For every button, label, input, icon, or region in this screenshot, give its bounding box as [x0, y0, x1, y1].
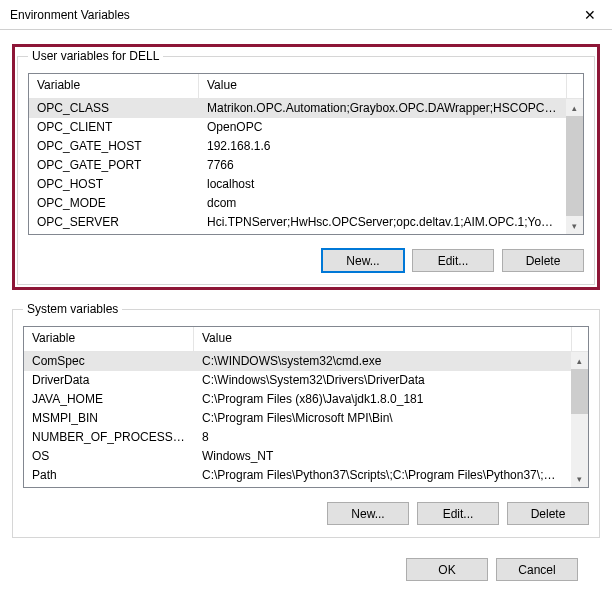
delete-button[interactable]: Delete [502, 249, 584, 272]
variable-name-cell: Path [24, 466, 194, 485]
variable-value-cell: C:\WINDOWS\system32\cmd.exe [194, 352, 571, 371]
variable-value-cell: Windows_NT [194, 447, 571, 466]
table-row[interactable]: JAVA_HOMEC:\Program Files (x86)\Java\jdk… [24, 390, 571, 409]
scrollbar-header-placeholder [566, 74, 583, 98]
variable-name-cell: ComSpec [24, 352, 194, 371]
scroll-down-icon[interactable]: ▾ [571, 470, 588, 487]
variable-name-cell: OS [24, 447, 194, 466]
ok-button[interactable]: OK [406, 558, 488, 581]
variable-value-cell: OpenOPC [199, 118, 566, 137]
user-variables-rows: OPC_CLASSMatrikon.OPC.Automation;Graybox… [29, 99, 566, 234]
table-row[interactable]: OPC_CLIENTOpenOPC [29, 118, 566, 137]
scroll-down-icon[interactable]: ▾ [566, 217, 583, 234]
variable-name-cell: NUMBER_OF_PROCESSORS [24, 428, 194, 447]
close-icon[interactable]: ✕ [567, 0, 612, 30]
variable-name-cell: DriverData [24, 371, 194, 390]
variable-value-cell: localhost [199, 175, 566, 194]
table-row[interactable]: OPC_GATE_HOST192.168.1.6 [29, 137, 566, 156]
table-row[interactable]: OPC_SERVERHci.TPNServer;HwHsc.OPCServer;… [29, 213, 566, 232]
variable-value-cell: C:\Program Files\Python37\Scripts\;C:\Pr… [194, 466, 571, 485]
user-variables-scrollbar[interactable]: ▴ ▾ [566, 99, 583, 234]
table-row[interactable]: MSMPI_BINC:\Program Files\Microsoft MPI\… [24, 409, 571, 428]
listview-header: Variable Value [29, 74, 583, 99]
scroll-up-icon[interactable]: ▴ [566, 99, 583, 116]
table-row[interactable]: OPC_CLASSMatrikon.OPC.Automation;Graybox… [29, 99, 566, 118]
dialog-footer-buttons: OK Cancel [12, 552, 600, 581]
system-variables-buttons: New... Edit... Delete [23, 502, 589, 525]
system-variables-scrollbar[interactable]: ▴ ▾ [571, 352, 588, 487]
user-variables-listview[interactable]: Variable Value OPC_CLASSMatrikon.OPC.Aut… [28, 73, 584, 235]
user-variables-legend: User variables for DELL [28, 49, 163, 63]
table-row[interactable]: NUMBER_OF_PROCESSORS8 [24, 428, 571, 447]
user-variables-group: User variables for DELL Variable Value O… [17, 49, 595, 285]
edit-button[interactable]: Edit... [412, 249, 494, 272]
system-variables-group: System variables Variable Value ComSpecC… [12, 302, 600, 538]
variable-value-cell: Matrikon.OPC.Automation;Graybox.OPC.DAWr… [199, 99, 566, 118]
variable-name-cell: OPC_CLIENT [29, 118, 199, 137]
listview-body: ComSpecC:\WINDOWS\system32\cmd.exeDriver… [24, 352, 588, 487]
variable-value-cell: C:\Program Files\Microsoft MPI\Bin\ [194, 409, 571, 428]
column-header-value[interactable]: Value [194, 327, 571, 351]
variable-value-cell: C:\Windows\System32\Drivers\DriverData [194, 371, 571, 390]
variable-value-cell: C:\Program Files (x86)\Java\jdk1.8.0_181 [194, 390, 571, 409]
edit-button[interactable]: Edit... [417, 502, 499, 525]
variable-value-cell: 192.168.1.6 [199, 137, 566, 156]
table-row[interactable]: DriverDataC:\Windows\System32\Drivers\Dr… [24, 371, 571, 390]
user-variables-highlight: User variables for DELL Variable Value O… [12, 44, 600, 290]
column-header-variable[interactable]: Variable [24, 327, 194, 351]
system-variables-legend: System variables [23, 302, 122, 316]
system-variables-listview[interactable]: Variable Value ComSpecC:\WINDOWS\system3… [23, 326, 589, 488]
variable-name-cell: OPC_MODE [29, 194, 199, 213]
table-row[interactable]: OPC_HOSTlocalhost [29, 175, 566, 194]
column-header-value[interactable]: Value [199, 74, 566, 98]
variable-value-cell: 7766 [199, 156, 566, 175]
window-title: Environment Variables [10, 8, 567, 22]
variable-name-cell: OPC_GATE_HOST [29, 137, 199, 156]
table-row[interactable]: PathC:\Program Files\Python37\Scripts\;C… [24, 466, 571, 485]
variable-value-cell: dcom [199, 194, 566, 213]
scroll-thumb[interactable] [571, 369, 588, 414]
variable-name-cell: OPC_HOST [29, 175, 199, 194]
variable-name-cell: OPC_SERVER [29, 213, 199, 232]
new-button[interactable]: New... [322, 249, 404, 272]
variable-value-cell: 8 [194, 428, 571, 447]
variable-name-cell: MSMPI_BIN [24, 409, 194, 428]
delete-button[interactable]: Delete [507, 502, 589, 525]
column-header-variable[interactable]: Variable [29, 74, 199, 98]
user-variables-buttons: New... Edit... Delete [28, 249, 584, 272]
table-row[interactable]: OSWindows_NT [24, 447, 571, 466]
variable-name-cell: OPC_CLASS [29, 99, 199, 118]
listview-header: Variable Value [24, 327, 588, 352]
system-variables-wrap: System variables Variable Value ComSpecC… [12, 302, 600, 538]
table-row[interactable]: OPC_MODEdcom [29, 194, 566, 213]
system-variables-rows: ComSpecC:\WINDOWS\system32\cmd.exeDriver… [24, 352, 571, 487]
table-row[interactable]: ComSpecC:\WINDOWS\system32\cmd.exe [24, 352, 571, 371]
variable-value-cell: Hci.TPNServer;HwHsc.OPCServer;opc.deltav… [199, 213, 566, 232]
table-row[interactable]: OPC_GATE_PORT7766 [29, 156, 566, 175]
scrollbar-header-placeholder [571, 327, 588, 351]
cancel-button[interactable]: Cancel [496, 558, 578, 581]
variable-name-cell: JAVA_HOME [24, 390, 194, 409]
window-titlebar: Environment Variables ✕ [0, 0, 612, 30]
scroll-up-icon[interactable]: ▴ [571, 352, 588, 369]
variable-name-cell: OPC_GATE_PORT [29, 156, 199, 175]
scroll-thumb[interactable] [566, 116, 583, 216]
listview-body: OPC_CLASSMatrikon.OPC.Automation;Graybox… [29, 99, 583, 234]
new-button[interactable]: New... [327, 502, 409, 525]
window-content: User variables for DELL Variable Value O… [0, 30, 612, 591]
